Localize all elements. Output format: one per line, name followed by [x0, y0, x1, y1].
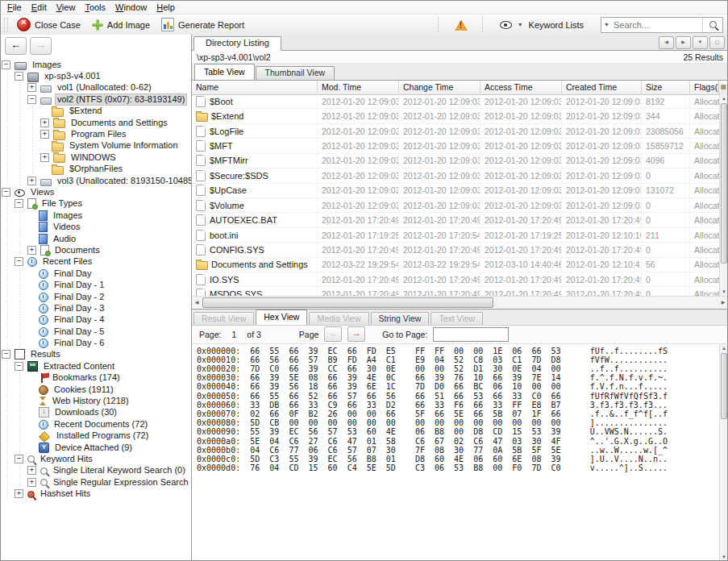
tab-string-view[interactable]: String View: [371, 312, 430, 325]
search-options-chevron-icon[interactable]: ▼: [604, 22, 609, 27]
scroll-up-icon[interactable]: ▲: [720, 94, 728, 102]
menu-item-tools[interactable]: Tools: [80, 2, 110, 13]
table-row[interactable]: boot.ini2012-01-20 17:19:252012-01-20 17…: [192, 228, 720, 243]
tree-item-orphanfiles[interactable]: $OrphanFiles: [0, 164, 191, 175]
scroll-right-icon[interactable]: ▶: [718, 297, 728, 308]
collapse-icon[interactable]: −: [15, 455, 23, 463]
back-button[interactable]: ←: [5, 37, 27, 55]
tree-item-bookmarks-174[interactable]: Bookmarks (174): [0, 372, 191, 384]
scrollbar-thumb[interactable]: [721, 353, 727, 420]
tree-item-single-regular-expression-search-0[interactable]: +Single Regular Expression Search (0): [0, 476, 191, 488]
scroll-down-icon[interactable]: ▼: [720, 553, 728, 561]
table-row[interactable]: $UpCase2012-01-20 12:09:032012-01-20 12:…: [192, 184, 720, 198]
expand-icon[interactable]: +: [15, 489, 23, 498]
maximize-pane-button[interactable]: ▢: [709, 36, 725, 49]
tree-item-extend[interactable]: $Extend: [0, 106, 191, 117]
add-image-button[interactable]: Add Image: [86, 18, 156, 32]
expand-icon[interactable]: +: [40, 153, 49, 162]
tab-directory-listing[interactable]: Directory Listing: [193, 36, 281, 51]
tree-item-system-volume-information[interactable]: System Volume Information: [0, 140, 191, 152]
tree-item-images[interactable]: Images: [0, 210, 191, 221]
collapse-icon[interactable]: −: [15, 72, 23, 81]
menu-item-help[interactable]: Help: [152, 2, 180, 13]
menu-item-edit[interactable]: Edit: [27, 2, 52, 13]
table-row[interactable]: AUTOEXEC.BAT2012-01-20 17:20:492012-01-2…: [192, 213, 720, 227]
prev-page-button[interactable]: ←: [324, 326, 342, 342]
table-row[interactable]: $Volume2012-01-20 12:09:032012-01-20 12:…: [192, 198, 720, 213]
next-page-button[interactable]: →: [347, 326, 365, 342]
generate-report-button[interactable]: Generate Report: [156, 16, 250, 33]
tree-item-recent-documents-72[interactable]: Recent Documents (72): [0, 418, 191, 430]
close-case-button[interactable]: Close Case: [11, 16, 86, 33]
table-row[interactable]: CONFIG.SYS2012-01-20 17:20:492012-01-20 …: [192, 243, 720, 257]
column-settings-button[interactable]: ▦: [718, 81, 728, 94]
tree-item-videos[interactable]: Videos: [0, 221, 191, 232]
tree-item-final-day[interactable]: Final Day: [0, 268, 191, 279]
tree-item-windows[interactable]: +WINDOWS: [0, 152, 191, 163]
tab-media-view[interactable]: Media View: [309, 312, 368, 325]
tree-item-file-types[interactable]: −File Types: [0, 198, 191, 210]
tree-item-vol2-ntfs-0x07-63-8193149[interactable]: −vol2 (NTFS (0x07): 63-8193149): [0, 94, 191, 105]
expand-icon[interactable]: +: [27, 478, 36, 487]
hex-vertical-scrollbar[interactable]: ▲ ▼: [719, 344, 728, 561]
search-input[interactable]: [612, 19, 702, 31]
tree-item-installed-programs-72[interactable]: Installed Programs (72): [0, 430, 191, 442]
table-row[interactable]: $Secure:$SDS2012-01-20 12:09:032012-01-2…: [192, 168, 720, 183]
tree-item-views[interactable]: −Views: [0, 186, 191, 197]
tree-item-documents[interactable]: +Documents: [0, 244, 191, 256]
scrollbar-thumb[interactable]: [721, 103, 727, 264]
table-row[interactable]: $MFTMirr2012-01-20 12:09:032012-01-20 12…: [192, 154, 720, 168]
tree-item-final-day-3[interactable]: Final Day - 3: [0, 302, 191, 314]
tree-item-vol1-unallocated-0-62[interactable]: +vol1 (Unallocated: 0-62): [0, 82, 191, 94]
table-row[interactable]: Documents and Settings2012-03-22 19:29:5…: [192, 258, 720, 272]
column-header-change-time[interactable]: Change Time: [399, 81, 480, 94]
tree-item-extracted-content[interactable]: −Extracted Content: [0, 360, 191, 372]
tree-item-device-attached-9[interactable]: Device Attached (9): [0, 442, 191, 453]
ingest-warning-button[interactable]: [445, 18, 477, 32]
tree-item-final-day-2[interactable]: Final Day - 2: [0, 291, 191, 302]
collapse-icon[interactable]: −: [2, 350, 10, 359]
column-header-mod-time[interactable]: Mod. Time: [318, 81, 399, 94]
table-row[interactable]: $Extend2012-01-20 12:09:032012-01-20 12:…: [192, 109, 720, 123]
tree-item-images[interactable]: −Images: [0, 59, 191, 70]
tree-item-final-day-5[interactable]: Final Day - 5: [0, 326, 191, 337]
tree-item-audio[interactable]: Audio: [0, 233, 191, 244]
table-row[interactable]: IO.SYS2012-01-20 17:20:492012-01-20 17:2…: [192, 272, 720, 287]
table-row[interactable]: $LogFile2012-01-20 12:09:032012-01-20 12…: [192, 124, 720, 139]
tab-menu-button[interactable]: ▼: [693, 36, 708, 49]
column-header-size[interactable]: Size: [642, 81, 690, 94]
tree-item-recent-files[interactable]: −Recent Files: [0, 256, 191, 268]
tree-item-final-day-1[interactable]: Final Day - 1: [0, 279, 191, 290]
column-header-access-time[interactable]: Access Time: [480, 81, 562, 94]
tree-item-program-files[interactable]: +Program Files: [0, 128, 191, 139]
tree-item-cookies-1911[interactable]: Cookies (1911): [0, 384, 191, 395]
tab-result-view[interactable]: Result View: [193, 312, 254, 325]
tree-item-vol3-unallocated-8193150-10485215[interactable]: +vol3 (Unallocated: 8193150-10485215): [0, 175, 191, 186]
tab-scroll-left-button[interactable]: ◀: [659, 36, 674, 49]
tree-item-keyword-hits[interactable]: −Keyword Hits: [0, 453, 191, 464]
collapse-icon[interactable]: −: [15, 199, 23, 208]
menu-item-view[interactable]: View: [52, 2, 81, 13]
table-vertical-scrollbar[interactable]: ▲ ▼: [719, 94, 728, 296]
tab-table-view[interactable]: Table View: [194, 64, 255, 80]
tab-scroll-right-button[interactable]: ▶: [676, 36, 691, 49]
column-header-created-time[interactable]: Created Time: [562, 81, 642, 94]
tree-item-web-history-1218[interactable]: Web History (1218): [0, 395, 191, 406]
tree-item-final-day-4[interactable]: Final Day - 4: [0, 314, 191, 326]
forward-button[interactable]: →: [30, 37, 52, 55]
collapse-icon[interactable]: −: [27, 95, 36, 104]
scrollbar-thumb[interactable]: [202, 297, 493, 308]
goto-page-input[interactable]: [433, 327, 509, 342]
scroll-up-icon[interactable]: ▲: [720, 344, 728, 352]
collapse-icon[interactable]: −: [2, 188, 10, 197]
column-header-name[interactable]: Name: [192, 81, 318, 94]
collapse-icon[interactable]: −: [15, 257, 23, 266]
expand-icon[interactable]: +: [40, 130, 49, 139]
expand-icon[interactable]: +: [27, 246, 36, 255]
tab-hex-view[interactable]: Hex View: [256, 310, 307, 325]
table-row[interactable]: $Boot2012-01-20 12:09:032012-01-20 12:09…: [192, 94, 720, 109]
scroll-left-icon[interactable]: ◀: [192, 297, 202, 308]
collapse-icon[interactable]: −: [2, 60, 10, 69]
tree-item-xp-sp3-v4-001[interactable]: −xp-sp3-v4.001: [0, 70, 191, 81]
menu-item-window[interactable]: Window: [110, 2, 152, 13]
